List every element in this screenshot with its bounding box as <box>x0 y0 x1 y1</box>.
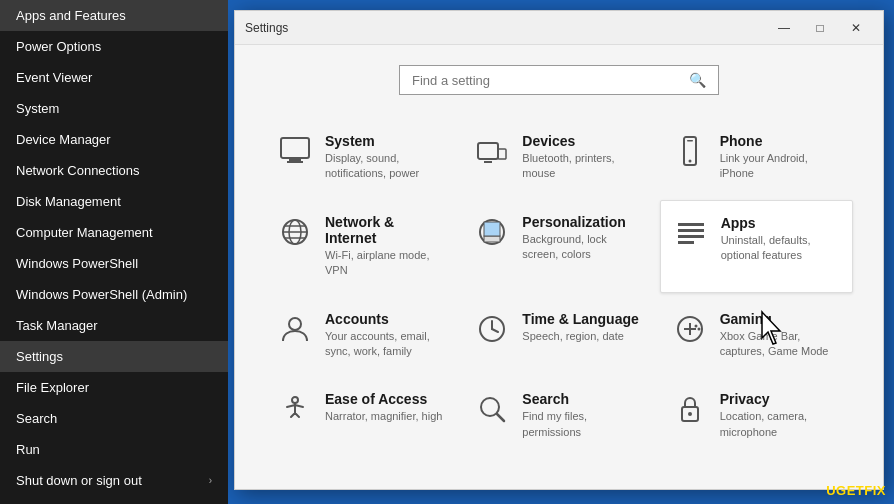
phone-icon <box>672 133 708 169</box>
svg-rect-5 <box>484 161 492 163</box>
menu-item-system[interactable]: System <box>0 93 228 124</box>
settings-window: Settings — □ ✕ 🔍 SystemDisplay, sound, n… <box>234 10 884 490</box>
menu-item-computer-management[interactable]: Computer Management <box>0 217 228 248</box>
settings-tile-system[interactable]: SystemDisplay, sound, notifications, pow… <box>265 119 458 196</box>
svg-rect-15 <box>484 236 500 242</box>
menu-item-device-manager[interactable]: Device Manager <box>0 124 228 155</box>
tile-desc-devices: Bluetooth, printers, mouse <box>522 151 643 182</box>
tile-text-phone: PhoneLink your Android, iPhone <box>720 133 841 182</box>
menu-item-shut-down[interactable]: Shut down or sign out› <box>0 465 228 496</box>
menu-item-windows-powershell[interactable]: Windows PowerShell <box>0 248 228 279</box>
tile-title-time-language: Time & Language <box>522 311 638 327</box>
maximize-button[interactable]: □ <box>803 14 837 42</box>
menu-item-search[interactable]: Search <box>0 403 228 434</box>
settings-search-input[interactable] <box>412 73 681 88</box>
menu-item-desktop[interactable]: Desktop <box>0 496 228 504</box>
menu-item-label-shut-down: Shut down or sign out <box>16 473 142 488</box>
tile-desc-gaming: Xbox Game Bar, captures, Game Mode <box>720 329 841 360</box>
tile-desc-network: Wi-Fi, airplane mode, VPN <box>325 248 446 279</box>
tile-title-privacy: Privacy <box>720 391 841 407</box>
tile-title-gaming: Gaming <box>720 311 841 327</box>
menu-item-label-apps-features: Apps and Features <box>16 8 126 23</box>
menu-item-run[interactable]: Run <box>0 434 228 465</box>
svg-rect-20 <box>678 241 694 244</box>
tile-title-apps: Apps <box>721 215 840 231</box>
svg-rect-1 <box>289 159 301 161</box>
ease-of-access-icon <box>277 391 313 427</box>
svg-point-21 <box>289 318 301 330</box>
settings-tile-network[interactable]: Network & InternetWi-Fi, airplane mode, … <box>265 200 458 293</box>
menu-item-power-options[interactable]: Power Options <box>0 31 228 62</box>
svg-rect-0 <box>281 138 309 158</box>
settings-tile-time-language[interactable]: Time & LanguageSpeech, region, date <box>462 297 655 374</box>
tile-title-search-settings: Search <box>522 391 643 407</box>
close-button[interactable]: ✕ <box>839 14 873 42</box>
tile-text-accounts: AccountsYour accounts, email, sync, work… <box>325 311 446 360</box>
time-language-icon <box>474 311 510 347</box>
menu-item-windows-powershell-admin[interactable]: Windows PowerShell (Admin) <box>0 279 228 310</box>
title-bar: Settings — □ ✕ <box>235 11 883 45</box>
tile-title-personalization: Personalization <box>522 214 643 230</box>
menu-item-disk-management[interactable]: Disk Management <box>0 186 228 217</box>
settings-tile-ease-of-access[interactable]: Ease of AccessNarrator, magnifier, high <box>265 377 458 454</box>
tile-text-network: Network & InternetWi-Fi, airplane mode, … <box>325 214 446 279</box>
menu-item-file-explorer[interactable]: File Explorer <box>0 372 228 403</box>
settings-search-icon: 🔍 <box>689 72 706 88</box>
settings-grid: SystemDisplay, sound, notifications, pow… <box>265 119 853 454</box>
tile-title-network: Network & Internet <box>325 214 446 246</box>
settings-tile-search-settings[interactable]: SearchFind my files, permissions <box>462 377 655 454</box>
minimize-button[interactable]: — <box>767 14 801 42</box>
gaming-icon <box>672 311 708 347</box>
svg-line-24 <box>492 329 498 332</box>
accounts-icon <box>277 311 313 347</box>
menu-item-label-device-manager: Device Manager <box>16 132 111 147</box>
tile-desc-search-settings: Find my files, permissions <box>522 409 643 440</box>
svg-rect-16 <box>484 222 500 236</box>
svg-point-7 <box>688 160 691 163</box>
svg-line-30 <box>497 414 504 421</box>
menu-item-label-windows-powershell: Windows PowerShell <box>16 256 138 271</box>
tile-text-search-settings: SearchFind my files, permissions <box>522 391 643 440</box>
menu-item-task-manager[interactable]: Task Manager <box>0 310 228 341</box>
menu-item-network-connections[interactable]: Network Connections <box>0 155 228 186</box>
settings-search-bar[interactable]: 🔍 <box>399 65 719 95</box>
menu-item-event-viewer[interactable]: Event Viewer <box>0 62 228 93</box>
context-menu: Apps and FeaturesPower OptionsEvent View… <box>0 0 228 504</box>
settings-tile-apps[interactable]: AppsUninstall, defaults, optional featur… <box>660 200 853 293</box>
settings-tile-devices[interactable]: DevicesBluetooth, printers, mouse <box>462 119 655 196</box>
settings-tile-personalization[interactable]: PersonalizationBackground, lock screen, … <box>462 200 655 293</box>
personalization-icon <box>474 214 510 250</box>
watermark: UGETFIX <box>826 483 886 498</box>
tile-desc-time-language: Speech, region, date <box>522 329 638 344</box>
settings-tile-accounts[interactable]: AccountsYour accounts, email, sync, work… <box>265 297 458 374</box>
svg-rect-18 <box>678 229 704 232</box>
menu-item-label-event-viewer: Event Viewer <box>16 70 92 85</box>
tile-title-ease-of-access: Ease of Access <box>325 391 442 407</box>
svg-rect-3 <box>478 143 498 159</box>
svg-rect-4 <box>498 149 506 159</box>
menu-item-label-network-connections: Network Connections <box>16 163 140 178</box>
settings-tile-gaming[interactable]: GamingXbox Game Bar, captures, Game Mode <box>660 297 853 374</box>
svg-rect-19 <box>678 235 704 238</box>
apps-icon <box>673 215 709 251</box>
tile-text-gaming: GamingXbox Game Bar, captures, Game Mode <box>720 311 841 360</box>
tile-title-devices: Devices <box>522 133 643 149</box>
tile-desc-accounts: Your accounts, email, sync, work, family <box>325 329 446 360</box>
tile-title-phone: Phone <box>720 133 841 149</box>
menu-item-settings[interactable]: Settings <box>0 341 228 372</box>
menu-item-label-system: System <box>16 101 59 116</box>
tile-text-privacy: PrivacyLocation, camera, microphone <box>720 391 841 440</box>
menu-item-label-disk-management: Disk Management <box>16 194 121 209</box>
svg-point-32 <box>688 412 692 416</box>
settings-tile-privacy[interactable]: PrivacyLocation, camera, microphone <box>660 377 853 454</box>
tile-desc-apps: Uninstall, defaults, optional features <box>721 233 840 264</box>
svg-rect-8 <box>687 140 693 142</box>
svg-point-26 <box>694 324 697 327</box>
devices-icon <box>474 133 510 169</box>
settings-content: 🔍 SystemDisplay, sound, notifications, p… <box>235 45 883 489</box>
settings-tile-phone[interactable]: PhoneLink your Android, iPhone <box>660 119 853 196</box>
tile-text-apps: AppsUninstall, defaults, optional featur… <box>721 215 840 264</box>
menu-item-label-search: Search <box>16 411 57 426</box>
tile-desc-system: Display, sound, notifications, power <box>325 151 446 182</box>
menu-item-apps-features[interactable]: Apps and Features <box>0 0 228 31</box>
